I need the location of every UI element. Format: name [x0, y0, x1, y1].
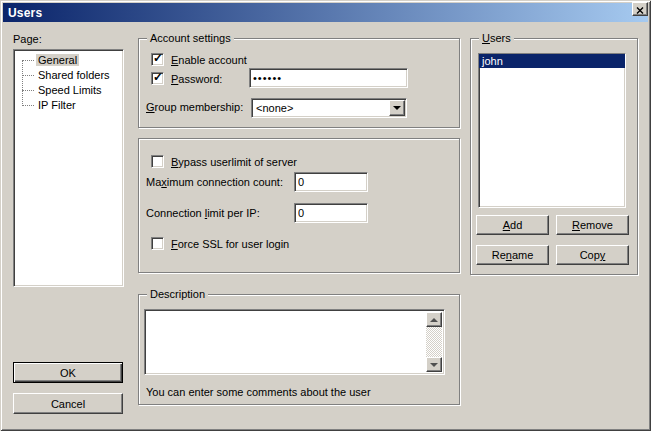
user-list-item[interactable]: john	[479, 54, 625, 68]
bypass-userlimit-label: Bypass userlimit of server	[171, 156, 297, 168]
password-input[interactable]	[249, 68, 408, 88]
enable-account-label: Enable account	[171, 54, 247, 66]
force-ssl-row: Force SSL for user login	[151, 237, 289, 250]
account-settings-group: Account settings Enable account Password…	[138, 38, 460, 128]
users-listbox[interactable]: john	[478, 53, 626, 208]
password-row: Password:	[151, 72, 222, 85]
close-button[interactable]	[632, 2, 648, 16]
rename-button[interactable]: Rename	[476, 245, 549, 265]
limits-group: Bypass userlimit of server Maximum conne…	[138, 138, 460, 273]
description-textarea[interactable]	[144, 309, 445, 375]
bypass-userlimit-checkbox[interactable]	[151, 155, 164, 168]
force-ssl-checkbox[interactable]	[151, 237, 164, 250]
max-connection-count-input[interactable]	[294, 172, 368, 192]
enable-account-checkbox[interactable]	[151, 53, 164, 66]
remove-button[interactable]: Remove	[556, 215, 629, 235]
users-group-title: Users	[479, 32, 514, 45]
description-title: Description	[147, 288, 208, 301]
titlebar: Users	[3, 3, 648, 22]
close-icon	[636, 2, 644, 17]
password-label: Password:	[171, 73, 222, 85]
users-group: Users john Add Remove Rename Copy	[470, 38, 638, 275]
ok-button[interactable]: OK	[13, 362, 123, 383]
description-hint: You can enter some comments about the us…	[146, 386, 371, 398]
tree-item-general[interactable]: General	[14, 53, 123, 68]
scroll-down-button[interactable]	[426, 357, 442, 372]
copy-button[interactable]: Copy	[556, 245, 629, 265]
description-group: Description You can enter some comments …	[138, 294, 460, 405]
enable-account-row: Enable account	[151, 53, 247, 66]
force-ssl-label: Force SSL for user login	[171, 238, 289, 250]
account-settings-title: Account settings	[147, 32, 234, 45]
max-connection-count-label: Maximum connection count:	[146, 176, 283, 188]
group-membership-value: <none>	[256, 102, 293, 114]
connection-limit-per-ip-input[interactable]	[294, 203, 368, 223]
group-membership-label: Group membership:	[146, 101, 243, 113]
password-checkbox[interactable]	[151, 72, 164, 85]
arrow-down-icon	[430, 363, 438, 367]
cancel-button[interactable]: Cancel	[13, 393, 123, 414]
window-title: Users	[8, 6, 42, 20]
users-dialog: Users Page: General Shared folders Speed…	[0, 0, 651, 431]
tree-item-ip-filter[interactable]: IP Filter	[14, 98, 123, 113]
combobox-dropdown-button[interactable]	[389, 100, 405, 116]
page-label: Page:	[13, 33, 42, 45]
add-button[interactable]: Add	[476, 215, 549, 235]
chevron-down-icon	[393, 106, 401, 110]
page-tree: General Shared folders Speed Limits IP F…	[13, 49, 124, 287]
arrow-up-icon	[430, 318, 438, 322]
tree-item-speed-limits[interactable]: Speed Limits	[14, 83, 123, 98]
scroll-up-button[interactable]	[426, 312, 442, 327]
connection-limit-per-ip-label: Connection limit per IP:	[146, 207, 260, 219]
bypass-userlimit-row: Bypass userlimit of server	[151, 155, 297, 168]
group-membership-combobox[interactable]: <none>	[251, 98, 407, 118]
description-scrollbar[interactable]	[426, 312, 442, 372]
tree-item-shared-folders[interactable]: Shared folders	[14, 68, 123, 83]
